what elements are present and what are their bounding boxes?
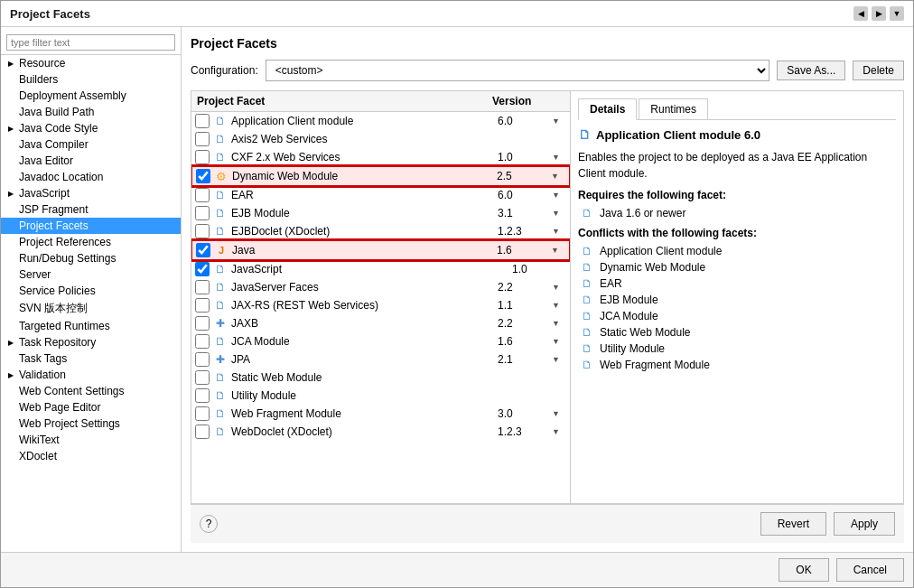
facet-row-static-web[interactable]: 🗋Static Web Module <box>191 369 570 387</box>
version-dropdown-jpa[interactable]: ▼ <box>552 355 566 364</box>
conflicts-item: 🗋EJB Module <box>578 292 896 308</box>
facet-checkbox-cxf[interactable] <box>195 150 210 164</box>
version-dropdown-jax-rs[interactable]: ▼ <box>552 301 566 310</box>
version-dropdown-ejbdoclet[interactable]: ▼ <box>552 227 566 236</box>
sidebar-item-web-content-settings[interactable]: Web Content Settings <box>1 383 181 399</box>
search-input[interactable] <box>6 34 175 51</box>
facet-row-utility-module[interactable]: 🗋Utility Module <box>191 387 570 405</box>
plus-icon: ✚ <box>213 316 228 331</box>
facet-row-ejbdoclet[interactable]: 🗋EJBDoclet (XDoclet)1.2.3▼ <box>191 222 570 240</box>
facet-checkbox-javaserver-faces[interactable] <box>195 280 210 294</box>
facet-checkbox-axis2[interactable] <box>195 132 210 146</box>
facet-row-jax-rs[interactable]: 🗋JAX-RS (REST Web Services)1.1▼ <box>191 296 570 314</box>
facet-row-webdoclet[interactable]: 🗋WebDoclet (XDoclet)1.2.3▼ <box>191 423 570 441</box>
facet-row-java[interactable]: JJava1.6▼ <box>191 240 570 260</box>
facet-checkbox-ejb-module[interactable] <box>195 206 210 220</box>
facet-row-cxf[interactable]: 🗋CXF 2.x Web Services1.0▼ <box>191 148 570 166</box>
version-dropdown-java[interactable]: ▼ <box>551 246 565 255</box>
sidebar-item-service-policies[interactable]: Service Policies <box>1 283 181 299</box>
facet-version-dynamic-web: 2.5 <box>497 170 551 182</box>
facet-row-javaserver-faces[interactable]: 🗋JavaServer Faces2.2▼ <box>191 278 570 296</box>
facet-row-ejb-module[interactable]: 🗋EJB Module3.1▼ <box>191 204 570 222</box>
sidebar-item-wikitext[interactable]: WikiText <box>1 432 181 448</box>
version-dropdown-jca-module[interactable]: ▼ <box>552 337 566 346</box>
facet-checkbox-static-web[interactable] <box>195 370 210 385</box>
doc-icon: 🗋 <box>213 406 228 421</box>
sidebar-item-javadoc-location[interactable]: Javadoc Location <box>1 169 181 185</box>
version-dropdown-webdoclet[interactable]: ▼ <box>552 427 566 436</box>
col-version: Version <box>492 95 564 107</box>
facet-row-jpa[interactable]: ✚JPA2.1▼ <box>191 350 570 369</box>
sidebar-item-resource[interactable]: ▶Resource <box>1 55 181 71</box>
config-select[interactable]: <custom> <box>266 60 770 81</box>
sidebar-item-java-compiler[interactable]: Java Compiler <box>1 136 181 153</box>
sidebar-item-deployment-assembly[interactable]: Deployment Assembly <box>1 88 181 104</box>
facet-row-jca-module[interactable]: 🗋JCA Module1.6▼ <box>191 332 570 350</box>
cancel-button[interactable]: Cancel <box>836 558 904 582</box>
save-as-button[interactable]: Save As... <box>777 61 845 80</box>
sidebar-item-validation[interactable]: ▶Validation <box>1 367 181 383</box>
ok-button[interactable]: OK <box>779 558 828 582</box>
sidebar-item-builders[interactable]: Builders <box>1 71 181 88</box>
bottom-bar: ? Revert Apply <box>191 504 904 543</box>
tab-details[interactable]: Details <box>578 98 637 120</box>
facet-checkbox-web-fragment[interactable] <box>195 406 210 421</box>
facet-checkbox-dynamic-web[interactable] <box>196 169 210 183</box>
sidebar-item-xdoclet[interactable]: XDoclet <box>1 448 181 464</box>
doc-icon: 🗋 <box>213 206 228 220</box>
sidebar-item-java-editor[interactable]: Java Editor <box>1 153 181 169</box>
facet-checkbox-ear[interactable] <box>195 188 210 202</box>
sidebar-item-java-code-style[interactable]: ▶Java Code Style <box>1 120 181 136</box>
forward-icon[interactable]: ▶ <box>872 6 886 21</box>
version-dropdown-dynamic-web[interactable]: ▼ <box>551 172 565 181</box>
version-dropdown-jaxb[interactable]: ▼ <box>552 319 566 328</box>
conflicts-item: 🗋Static Web Module <box>578 324 896 341</box>
facet-row-dynamic-web[interactable]: ⚙Dynamic Web Module2.5▼ <box>191 166 570 186</box>
version-dropdown-cxf[interactable]: ▼ <box>552 153 566 162</box>
facet-checkbox-java[interactable] <box>196 243 210 257</box>
facet-row-web-fragment[interactable]: 🗋Web Fragment Module3.0▼ <box>191 405 570 423</box>
version-dropdown-ejb-module[interactable]: ▼ <box>552 209 566 218</box>
plus-icon: ✚ <box>213 352 228 367</box>
version-dropdown-javaserver-faces[interactable]: ▼ <box>552 283 566 292</box>
facet-checkbox-javascript[interactable] <box>195 262 210 276</box>
facet-row-ear[interactable]: 🗋EAR6.0▼ <box>191 186 570 204</box>
help-icon[interactable]: ? <box>200 515 218 533</box>
facet-row-app-client[interactable]: 🗋Application Client module6.0▼ <box>191 112 570 130</box>
sidebar-item-task-tags[interactable]: Task Tags <box>1 350 181 367</box>
sidebar-item-project-facets[interactable]: Project Facets <box>1 218 181 234</box>
facet-checkbox-app-client[interactable] <box>195 114 210 128</box>
facet-version-javascript: 1.0 <box>512 263 566 275</box>
back-icon[interactable]: ◀ <box>853 6 868 21</box>
facet-checkbox-webdoclet[interactable] <box>195 425 210 439</box>
sidebar-item-task-repository[interactable]: ▶Task Repository <box>1 334 181 350</box>
facet-checkbox-utility-module[interactable] <box>195 388 210 403</box>
facet-row-axis2[interactable]: 🗋Axis2 Web Services <box>191 130 570 148</box>
sidebar-item-run-debug-settings[interactable]: Run/Debug Settings <box>1 250 181 266</box>
version-dropdown-ear[interactable]: ▼ <box>552 191 566 200</box>
sidebar-item-project-references[interactable]: Project References <box>1 234 181 250</box>
delete-button[interactable]: Delete <box>853 61 904 80</box>
facet-checkbox-jpa[interactable] <box>195 352 210 367</box>
tab-runtimes[interactable]: Runtimes <box>639 98 708 119</box>
facet-checkbox-jca-module[interactable] <box>195 334 210 349</box>
facet-checkbox-jaxb[interactable] <box>195 316 210 331</box>
sidebar-item-web-project-settings[interactable]: Web Project Settings <box>1 415 181 432</box>
revert-button[interactable]: Revert <box>760 512 826 536</box>
version-dropdown-web-fragment[interactable]: ▼ <box>552 409 566 418</box>
sidebar-item-server[interactable]: Server <box>1 266 181 283</box>
facet-row-jaxb[interactable]: ✚JAXB2.2▼ <box>191 314 570 332</box>
facet-name-dynamic-web: Dynamic Web Module <box>232 170 497 182</box>
apply-button[interactable]: Apply <box>834 512 895 536</box>
facet-row-javascript[interactable]: 🗋JavaScript1.0 <box>191 260 570 278</box>
facet-checkbox-jax-rs[interactable] <box>195 298 210 313</box>
version-dropdown-app-client[interactable]: ▼ <box>552 117 566 126</box>
sidebar-item-javascript[interactable]: ▶JavaScript <box>1 185 181 201</box>
sidebar-item-jsp-fragment[interactable]: JSP Fragment <box>1 201 181 218</box>
sidebar-item-java-build-path[interactable]: Java Build Path <box>1 104 181 120</box>
sidebar-item-svn[interactable]: SVN 版本控制 <box>1 299 181 318</box>
sidebar-item-targeted-runtimes[interactable]: Targeted Runtimes <box>1 318 181 334</box>
menu-icon[interactable]: ▼ <box>890 6 904 21</box>
sidebar-item-web-page-editor[interactable]: Web Page Editor <box>1 399 181 415</box>
facet-checkbox-ejbdoclet[interactable] <box>195 224 210 238</box>
